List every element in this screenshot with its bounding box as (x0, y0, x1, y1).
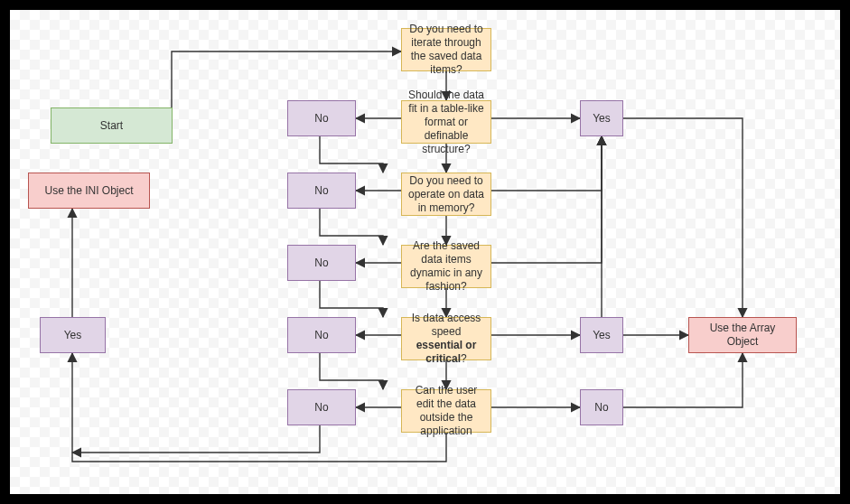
q5-no: No (287, 389, 356, 425)
q6-no: No (580, 389, 623, 425)
q-table-like: Should the data fit in a table-like form… (401, 100, 491, 144)
q1-no: No (287, 100, 356, 136)
q-iterate: Do you need to iterate through the saved… (401, 28, 491, 71)
q-dynamic: Are the saved data items dynamic in any … (401, 245, 491, 288)
q5-label: Is data access speed essential or critic… (407, 312, 485, 366)
q-memory: Do you need to operate on data in memory… (401, 173, 491, 216)
q5-yes: Yes (580, 317, 623, 353)
result-array: Use the Array Object (688, 317, 797, 353)
q3-no: No (287, 245, 356, 281)
q4-no: No (287, 317, 356, 353)
flowchart-frame: Start Use the INI Object Yes Do you need… (0, 0, 850, 504)
q-user-edit: Can the user edit the data outside the a… (401, 389, 491, 433)
start-node: Start (51, 107, 173, 144)
q1-yes: Yes (580, 100, 623, 136)
q-speed: Is data access speed essential or critic… (401, 317, 491, 360)
yes-final-left: Yes (40, 317, 106, 353)
q2-no: No (287, 173, 356, 209)
result-ini: Use the INI Object (28, 173, 150, 209)
